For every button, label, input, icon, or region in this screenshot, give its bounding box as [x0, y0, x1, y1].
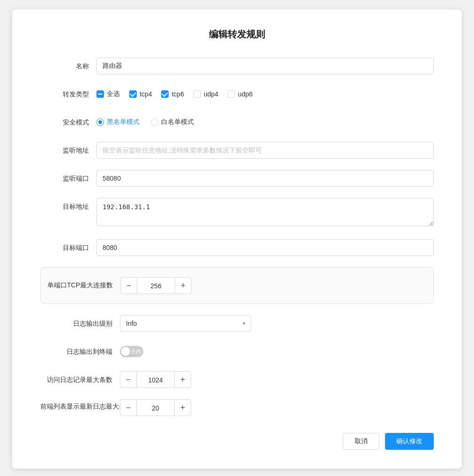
checkbox-udp4[interactable]: udp4 — [193, 90, 218, 98]
checkbox-tcp4-box — [129, 90, 137, 98]
listen-addr-row: 监听地址 — [40, 142, 434, 159]
listen-port-row: 监听端口 — [40, 170, 434, 187]
max-display-row: 前端列表显示最新日志最大条数 − 20 + — [40, 399, 434, 416]
log-terminal-toggle-wrapper: 关闭 — [120, 343, 434, 360]
max-log-label: 访问日志记录最大条数 — [40, 371, 120, 388]
security-mode-group: 黑名单模式 白名单模式 — [96, 114, 434, 131]
max-log-row: 访问日志记录最大条数 − 1024 + — [40, 371, 434, 388]
max-tcp-decrease-button[interactable]: − — [120, 277, 137, 294]
checkbox-tcp6-box — [161, 90, 169, 98]
listen-addr-input[interactable] — [96, 142, 434, 159]
checkbox-tcp6-label: tcp6 — [171, 90, 184, 98]
max-display-label: 前端列表显示最新日志最大条数 — [40, 399, 120, 411]
checkbox-udp6[interactable]: udp6 — [228, 90, 252, 98]
checkbox-tcp6[interactable]: tcp6 — [161, 90, 184, 98]
checkbox-udp6-box — [228, 90, 235, 98]
toggle-knob — [121, 347, 130, 356]
forward-type-group: 全选 tcp4 tcp6 udp4 — [96, 86, 434, 103]
max-tcp-row: 单端口TCP最大连接数 − 256 + — [41, 277, 433, 294]
target-port-control — [96, 239, 434, 256]
checkbox-tcp4-label: tcp4 — [140, 90, 152, 98]
log-level-select[interactable]: Debug Info Warn Error — [120, 315, 251, 332]
checkbox-all[interactable]: 全选 — [96, 90, 120, 98]
checkbox-udp6-label: udp6 — [238, 90, 252, 98]
log-level-row: 日志输出级别 Debug Info Warn Error ▾ — [40, 315, 434, 332]
max-display-control: − 20 + — [120, 399, 434, 416]
footer: 取消 确认修改 — [40, 433, 434, 450]
log-terminal-toggle[interactable]: 关闭 — [120, 346, 143, 357]
edit-dialog: 编辑转发规则 名称 转发类型 全选 tcp4 — [12, 9, 462, 469]
radio-whitelist-label: 白名单模式 — [161, 118, 194, 126]
target-addr-row: 目标地址 192.168.31.1 — [40, 198, 434, 228]
checkbox-all-label: 全选 — [107, 90, 120, 98]
max-display-value: 20 — [137, 399, 174, 416]
log-level-control: Debug Info Warn Error ▾ — [120, 315, 434, 332]
forward-type-row: 转发类型 全选 tcp4 tcp6 — [40, 86, 434, 103]
name-row: 名称 — [40, 58, 434, 74]
max-tcp-increase-button[interactable]: + — [175, 277, 192, 294]
max-tcp-control: − 256 + — [120, 277, 192, 294]
listen-addr-control — [96, 142, 434, 159]
max-tcp-value: 256 — [137, 277, 175, 294]
radio-whitelist-circle — [151, 118, 158, 126]
name-label: 名称 — [40, 58, 96, 74]
dialog-title: 编辑转发规则 — [40, 28, 434, 41]
radio-blacklist[interactable]: 黑名单模式 — [96, 118, 140, 126]
log-terminal-row: 日志输出到终端 关闭 — [40, 343, 434, 360]
log-level-select-wrapper: Debug Info Warn Error ▾ — [120, 315, 251, 332]
cancel-button[interactable]: 取消 — [343, 433, 379, 450]
target-port-label: 目标端口 — [40, 239, 96, 256]
max-log-decrease-button[interactable]: − — [120, 371, 137, 388]
listen-port-control — [96, 170, 434, 187]
log-terminal-label: 日志输出到终端 — [40, 343, 120, 360]
max-display-increase-button[interactable]: + — [174, 399, 191, 416]
max-log-increase-button[interactable]: + — [174, 371, 191, 388]
security-mode-control: 黑名单模式 白名单模式 — [96, 114, 434, 131]
target-port-row: 目标端口 — [40, 239, 434, 256]
forward-type-control: 全选 tcp4 tcp6 udp4 — [96, 86, 434, 103]
name-input[interactable] — [96, 58, 434, 74]
checkbox-udp4-box — [193, 90, 201, 98]
security-mode-row: 安全模式 黑名单模式 白名单模式 — [40, 114, 434, 131]
target-addr-control: 192.168.31.1 — [96, 198, 434, 228]
max-display-decrease-button[interactable]: − — [120, 399, 137, 416]
target-port-input[interactable] — [96, 239, 434, 256]
forward-type-label: 转发类型 — [40, 86, 96, 103]
max-log-stepper: − 1024 + — [120, 371, 434, 388]
confirm-button[interactable]: 确认修改 — [385, 433, 434, 450]
log-terminal-control: 关闭 — [120, 343, 434, 360]
name-control — [96, 58, 434, 74]
radio-blacklist-circle — [96, 118, 104, 126]
max-tcp-label: 单端口TCP最大连接数 — [41, 281, 120, 290]
listen-port-input[interactable] — [96, 170, 434, 187]
max-display-stepper: − 20 + — [120, 399, 434, 416]
radio-blacklist-label: 黑名单模式 — [107, 118, 140, 126]
checkbox-udp4-label: udp4 — [204, 90, 218, 98]
checkbox-tcp4[interactable]: tcp4 — [129, 90, 152, 98]
security-mode-label: 安全模式 — [40, 114, 96, 131]
max-tcp-box: 单端口TCP最大连接数 − 256 + — [40, 267, 434, 304]
target-addr-input[interactable]: 192.168.31.1 — [96, 198, 434, 226]
target-addr-label: 目标地址 — [40, 198, 96, 215]
radio-whitelist[interactable]: 白名单模式 — [151, 118, 194, 126]
checkbox-all-box — [96, 90, 104, 98]
listen-port-label: 监听端口 — [40, 170, 96, 187]
max-log-control: − 1024 + — [120, 371, 434, 388]
listen-addr-label: 监听地址 — [40, 142, 96, 159]
max-log-value: 1024 — [137, 371, 174, 388]
toggle-off-text: 关闭 — [131, 348, 141, 355]
log-level-label: 日志输出级别 — [40, 315, 120, 332]
